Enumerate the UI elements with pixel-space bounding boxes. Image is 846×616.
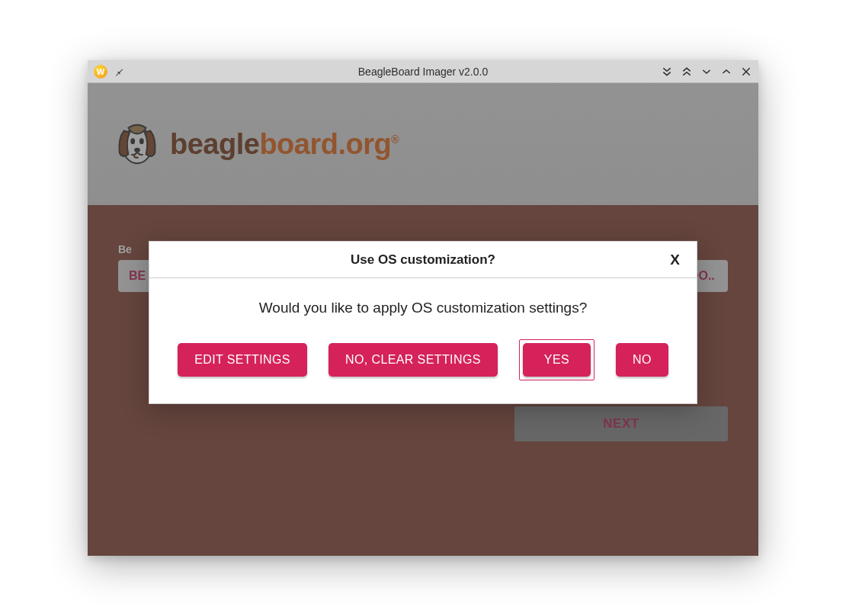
titlebar: W BeagleBoard Imager v2.0.0	[88, 60, 758, 83]
minimize-icon[interactable]	[700, 66, 713, 78]
pin-icon[interactable]	[114, 66, 124, 77]
scroll-down-all-icon[interactable]	[661, 66, 673, 78]
scroll-up-all-icon[interactable]	[681, 66, 693, 78]
no-button[interactable]: NO	[616, 343, 668, 377]
os-customization-dialog: Use OS customization? X Would you like t…	[149, 241, 697, 404]
dialog-close-button[interactable]: X	[670, 252, 680, 268]
titlebar-left: W	[94, 65, 124, 79]
dialog-title: Use OS customization?	[351, 252, 495, 268]
yes-button[interactable]: YES	[523, 343, 591, 377]
app-icon: W	[94, 65, 107, 79]
titlebar-controls	[661, 66, 752, 78]
dialog-question: Would you like to apply OS customization…	[168, 300, 678, 316]
edit-settings-button[interactable]: EDIT SETTINGS	[178, 343, 307, 377]
dialog-body: Would you like to apply OS customization…	[149, 278, 697, 403]
dialog-header: Use OS customization? X	[149, 242, 697, 278]
dialog-button-row: EDIT SETTINGS NO, CLEAR SETTINGS YES NO	[168, 339, 678, 380]
app-window: W BeagleBoard Imager v2.0.0	[88, 60, 758, 556]
close-icon[interactable]	[740, 66, 752, 78]
no-clear-settings-button[interactable]: NO, CLEAR SETTINGS	[328, 343, 498, 377]
window-title: BeagleBoard Imager v2.0.0	[88, 66, 758, 78]
maximize-icon[interactable]	[720, 66, 732, 78]
yes-button-highlight: YES	[519, 339, 594, 380]
